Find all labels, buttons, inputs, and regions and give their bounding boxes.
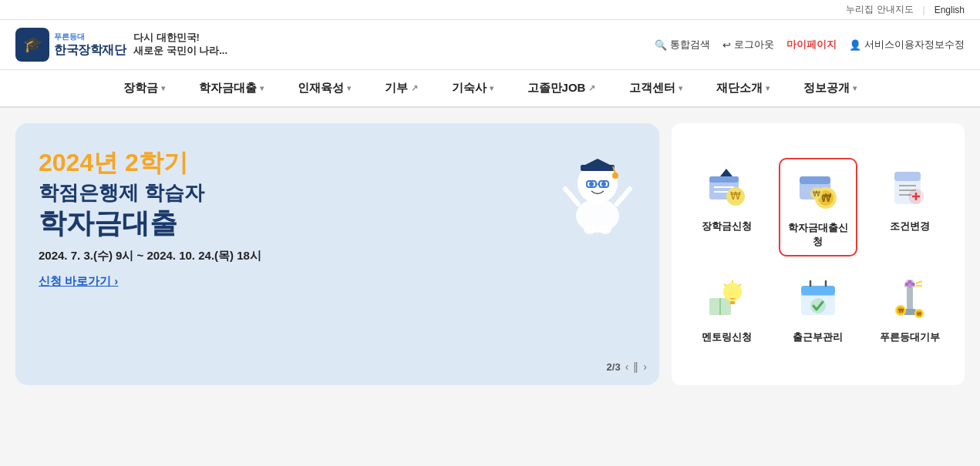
svg-rect-52 bbox=[907, 287, 913, 309]
svg-point-16 bbox=[599, 225, 611, 234]
svg-line-14 bbox=[617, 189, 630, 204]
quick-item-scholarship[interactable]: ₩ 장학금신청 bbox=[687, 158, 766, 256]
quick-menu: ₩ 장학금신청 ₩ ₩ 학자금대출신청 bbox=[672, 123, 965, 385]
banner: 2024년 2학기 학점은행제 학습자 학자금대출 2024. 7. 3.(수)… bbox=[15, 123, 659, 385]
pause-button[interactable]: ‖ bbox=[633, 360, 638, 373]
banner-subtitle: 학점은행제 학습자 bbox=[39, 180, 636, 206]
svg-rect-18 bbox=[709, 176, 739, 183]
nav-label-dorm: 기숙사 bbox=[452, 81, 487, 96]
nav-item-scholarship[interactable]: 장학금 ▾ bbox=[106, 70, 182, 106]
nav-label-cs: 고객센터 bbox=[629, 81, 675, 96]
chevron-down-icon: ▾ bbox=[766, 84, 770, 92]
svg-text:₩: ₩ bbox=[917, 312, 922, 317]
main-content: 2024년 2학기 학점은행제 학습자 학자금대출 2024. 7. 3.(수)… bbox=[0, 108, 980, 401]
pagination-number: 2/3 bbox=[607, 361, 621, 373]
svg-line-55 bbox=[916, 281, 922, 283]
nav-item-dorm[interactable]: 기숙사 ▾ bbox=[435, 70, 510, 106]
svg-text:₩: ₩ bbox=[897, 308, 903, 313]
banner-character bbox=[551, 131, 644, 250]
nav-item-cs[interactable]: 고객센터 ▾ bbox=[612, 70, 699, 106]
external-link-icon: ↗ bbox=[588, 83, 595, 93]
condition-icon bbox=[885, 164, 935, 213]
nav-label-loan: 학자금대출 bbox=[199, 81, 257, 96]
svg-rect-25 bbox=[800, 176, 830, 184]
site-guide-link[interactable]: 누리집 안내지도 bbox=[846, 3, 913, 16]
top-bar-separator: | bbox=[923, 5, 925, 15]
nav-item-loan[interactable]: 학자금대출 ▾ bbox=[182, 70, 281, 106]
banner-title: 학자금대출 bbox=[39, 206, 636, 240]
logo-icon: 🎓 bbox=[15, 28, 49, 62]
logo-slogan: 다시 대한민국! 새로운 국민이 나라... bbox=[133, 32, 227, 58]
quick-label-condition: 조건변경 bbox=[890, 220, 930, 233]
nav-item-job[interactable]: 고졸만JOB ↗ bbox=[510, 70, 613, 106]
svg-rect-32 bbox=[894, 172, 921, 181]
logout-button[interactable]: ↩ 로그아웃 bbox=[722, 38, 774, 52]
scholarship-icon: ₩ bbox=[702, 164, 751, 213]
english-link[interactable]: English bbox=[935, 5, 965, 15]
mypage-button[interactable]: 마이페이지 bbox=[786, 38, 837, 52]
quick-item-mentoring[interactable]: 멘토링신청 bbox=[687, 269, 766, 350]
chevron-down-icon: ▾ bbox=[260, 84, 264, 92]
chevron-down-icon: ▾ bbox=[853, 84, 857, 92]
search-button[interactable]: 🔍 통합검색 bbox=[655, 38, 710, 52]
nav-items: 장학금 ▾ 학자금대출 ▾ 인재육성 ▾ 기부 ↗ 기숙사 ▾ 고졸만JOB ↗… bbox=[106, 70, 874, 106]
nav-bar: 장학금 ▾ 학자금대출 ▾ 인재육성 ▾ 기부 ↗ 기숙사 ▾ 고졸만JOB ↗… bbox=[0, 70, 980, 108]
chevron-down-icon: ▾ bbox=[347, 84, 351, 92]
svg-line-45 bbox=[739, 284, 741, 286]
header-right: 🔍 통합검색 ↩ 로그아웃 마이페이지 👤 서비스이용자정보수정 bbox=[655, 38, 965, 52]
banner-date: 2024. 7. 3.(수) 9시 ~ 2024. 10. 24.(목) 18시 bbox=[39, 249, 636, 263]
prev-button[interactable]: ‹ bbox=[625, 360, 629, 373]
chevron-down-icon: ▾ bbox=[490, 84, 493, 92]
loan-icon: ₩ ₩ bbox=[793, 166, 843, 215]
svg-text:₩: ₩ bbox=[813, 189, 820, 198]
search-label: 통합검색 bbox=[670, 38, 710, 52]
svg-rect-42 bbox=[730, 301, 735, 304]
nav-item-talent[interactable]: 인재육성 ▾ bbox=[281, 70, 368, 106]
quick-item-loan[interactable]: ₩ ₩ 학자금대출신청 bbox=[779, 158, 858, 256]
quick-item-attendance[interactable]: 출근부관리 bbox=[779, 269, 858, 350]
svg-rect-47 bbox=[801, 286, 835, 295]
svg-text:₩: ₩ bbox=[730, 189, 741, 202]
top-bar: 누리집 안내지도 | English bbox=[0, 0, 980, 20]
donation-icon: ₩ ₩ bbox=[885, 275, 935, 324]
svg-line-44 bbox=[724, 284, 726, 286]
svg-line-13 bbox=[565, 189, 578, 204]
nav-label-about: 재단소개 bbox=[716, 81, 763, 96]
quick-label-scholarship: 장학금신청 bbox=[702, 220, 752, 233]
slogan-line1: 다시 대한민국! bbox=[133, 32, 227, 45]
svg-point-12 bbox=[612, 173, 618, 179]
nav-item-donation[interactable]: 기부 ↗ bbox=[368, 70, 435, 106]
svg-point-8 bbox=[601, 182, 606, 186]
quick-label-donation: 푸른등대기부 bbox=[880, 330, 940, 344]
svg-point-7 bbox=[589, 182, 594, 186]
quick-label-loan: 학자금대출신청 bbox=[786, 221, 850, 249]
chevron-down-icon: ▾ bbox=[161, 84, 165, 92]
svg-point-64 bbox=[904, 283, 908, 287]
banner-link[interactable]: 신청 바로가기 › bbox=[39, 274, 118, 289]
logo-text: 푸른등대 한국장학재단 bbox=[54, 32, 126, 59]
header: 🎓 푸른등대 한국장학재단 다시 대한민국! 새로운 국민이 나라... 🔍 통… bbox=[0, 20, 980, 70]
next-button[interactable]: › bbox=[643, 360, 647, 373]
nav-label-donation: 기부 bbox=[385, 81, 408, 96]
logo-main-text: 한국장학재단 bbox=[54, 42, 126, 59]
quick-item-donation[interactable]: ₩ ₩ 푸른등대기부 bbox=[870, 269, 949, 350]
svg-marker-23 bbox=[720, 169, 732, 176]
header-left: 🎓 푸른등대 한국장학재단 다시 대한민국! 새로운 국민이 나라... bbox=[15, 28, 227, 62]
logout-label: 로그아웃 bbox=[734, 38, 774, 52]
search-icon: 🔍 bbox=[655, 39, 667, 51]
logo[interactable]: 🎓 푸른등대 한국장학재단 다시 대한민국! 새로운 국민이 나라... bbox=[15, 28, 227, 62]
nav-label-job: 고졸만JOB bbox=[527, 81, 586, 96]
quick-label-attendance: 출근부관리 bbox=[793, 330, 843, 344]
nav-item-about[interactable]: 재단소개 ▾ bbox=[699, 70, 786, 106]
nav-label-talent: 인재육성 bbox=[298, 81, 344, 96]
nav-label-info: 정보공개 bbox=[803, 81, 850, 96]
logout-icon: ↩ bbox=[722, 39, 731, 51]
slogan-line2: 새로운 국민이 나라... bbox=[133, 45, 227, 58]
person-icon: 👤 bbox=[849, 39, 861, 51]
svg-text:🎓: 🎓 bbox=[23, 35, 42, 53]
nav-item-info[interactable]: 정보공개 ▾ bbox=[786, 70, 874, 106]
logo-top-text: 푸른등대 bbox=[54, 32, 126, 42]
nav-label-scholarship: 장학금 bbox=[123, 81, 158, 96]
quick-item-condition[interactable]: 조건변경 bbox=[870, 158, 949, 256]
service-button[interactable]: 👤 서비스이용자정보수정 bbox=[849, 38, 965, 52]
